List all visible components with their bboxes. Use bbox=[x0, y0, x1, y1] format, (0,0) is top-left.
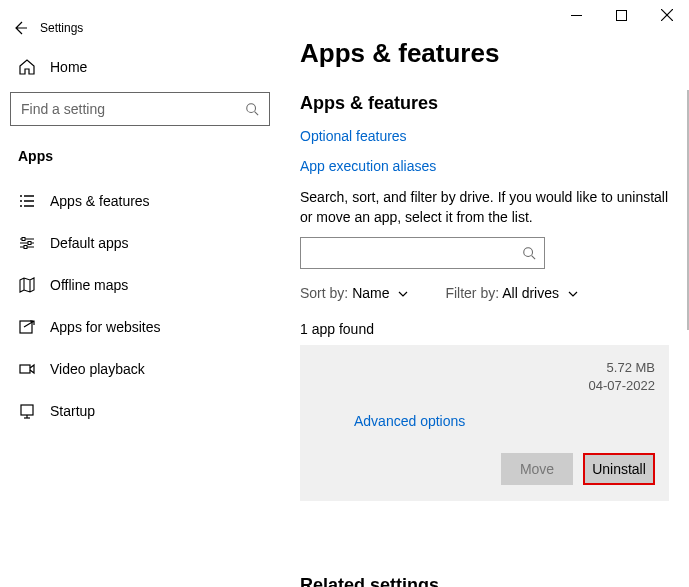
related-settings-title: Related settings bbox=[300, 575, 669, 587]
sidebar: Settings Home Apps Apps & features Defau… bbox=[0, 0, 280, 587]
minimize-icon bbox=[571, 10, 582, 21]
close-icon bbox=[661, 9, 673, 21]
svg-rect-11 bbox=[617, 10, 627, 20]
sort-filter-row: Sort by: Name Filter by: All drives bbox=[300, 285, 669, 301]
app-icon bbox=[314, 359, 354, 399]
video-icon bbox=[18, 360, 36, 378]
maximize-icon bbox=[616, 10, 627, 21]
uninstall-button[interactable]: Uninstall bbox=[583, 453, 655, 485]
header-row: Settings bbox=[0, 10, 280, 46]
home-icon bbox=[18, 58, 36, 76]
app-tile[interactable]: 5.72 MB 04-07-2022 Advanced options Move… bbox=[300, 345, 669, 501]
search-icon bbox=[522, 246, 536, 260]
page-title: Apps & features bbox=[300, 38, 669, 69]
sidebar-item-label: Default apps bbox=[50, 235, 129, 251]
section-title: Apps & features bbox=[300, 93, 669, 114]
result-count: 1 app found bbox=[300, 321, 669, 337]
map-icon bbox=[18, 276, 36, 294]
sidebar-item-default-apps[interactable]: Default apps bbox=[0, 222, 280, 264]
app-execution-aliases-link[interactable]: App execution aliases bbox=[300, 158, 669, 174]
settings-search[interactable] bbox=[10, 92, 270, 126]
sidebar-item-startup[interactable]: Startup bbox=[0, 390, 280, 432]
close-button[interactable] bbox=[644, 0, 689, 30]
back-button[interactable] bbox=[0, 10, 40, 46]
svg-point-0 bbox=[247, 104, 256, 113]
arrow-left-icon bbox=[12, 20, 28, 36]
sidebar-item-apps-websites[interactable]: Apps for websites bbox=[0, 306, 280, 348]
list-icon bbox=[18, 192, 36, 210]
home-label: Home bbox=[50, 59, 87, 75]
open-app-icon bbox=[18, 318, 36, 336]
svg-line-1 bbox=[255, 112, 259, 116]
chevron-down-icon bbox=[567, 288, 579, 300]
filter-value: All drives bbox=[502, 285, 559, 301]
app-search-input[interactable] bbox=[309, 245, 522, 261]
sort-value: Name bbox=[352, 285, 389, 301]
window-controls bbox=[554, 0, 689, 30]
sidebar-item-label: Video playback bbox=[50, 361, 145, 377]
window-title: Settings bbox=[40, 21, 83, 35]
sort-by-dropdown[interactable]: Sort by: Name bbox=[300, 285, 409, 301]
sidebar-item-apps-features[interactable]: Apps & features bbox=[0, 180, 280, 222]
svg-line-15 bbox=[532, 256, 536, 260]
app-size: 5.72 MB bbox=[589, 359, 656, 377]
sliders-icon bbox=[18, 234, 36, 252]
app-search[interactable] bbox=[300, 237, 545, 269]
svg-rect-2 bbox=[22, 238, 25, 241]
main-content: Apps & features Apps & features Optional… bbox=[280, 0, 689, 587]
maximize-button[interactable] bbox=[599, 0, 644, 30]
search-icon bbox=[245, 102, 259, 116]
settings-search-wrap bbox=[10, 92, 270, 126]
svg-point-14 bbox=[524, 248, 533, 257]
svg-rect-4 bbox=[24, 246, 27, 249]
sidebar-item-video-playback[interactable]: Video playback bbox=[0, 348, 280, 390]
filter-label: Filter by: bbox=[445, 285, 499, 301]
advanced-options-link[interactable]: Advanced options bbox=[354, 413, 655, 429]
sidebar-item-offline-maps[interactable]: Offline maps bbox=[0, 264, 280, 306]
description-text: Search, sort, and filter by drive. If yo… bbox=[300, 188, 669, 227]
optional-features-link[interactable]: Optional features bbox=[300, 128, 669, 144]
sidebar-item-label: Apps for websites bbox=[50, 319, 161, 335]
app-meta: 5.72 MB 04-07-2022 bbox=[589, 359, 656, 399]
sidebar-item-label: Startup bbox=[50, 403, 95, 419]
sidebar-item-label: Apps & features bbox=[50, 193, 150, 209]
app-date: 04-07-2022 bbox=[589, 377, 656, 395]
svg-rect-6 bbox=[20, 365, 30, 373]
move-button: Move bbox=[501, 453, 573, 485]
tile-top: 5.72 MB 04-07-2022 bbox=[314, 359, 655, 399]
startup-icon bbox=[18, 402, 36, 420]
settings-search-input[interactable] bbox=[21, 101, 245, 117]
svg-rect-7 bbox=[21, 405, 33, 415]
tile-buttons: Move Uninstall bbox=[314, 453, 655, 485]
filter-by-dropdown[interactable]: Filter by: All drives bbox=[445, 285, 579, 301]
sort-label: Sort by: bbox=[300, 285, 348, 301]
sidebar-item-label: Offline maps bbox=[50, 277, 128, 293]
home-nav[interactable]: Home bbox=[0, 46, 280, 88]
svg-rect-3 bbox=[28, 242, 31, 245]
minimize-button[interactable] bbox=[554, 0, 599, 30]
sidebar-section-label: Apps bbox=[0, 142, 280, 180]
chevron-down-icon bbox=[397, 288, 409, 300]
